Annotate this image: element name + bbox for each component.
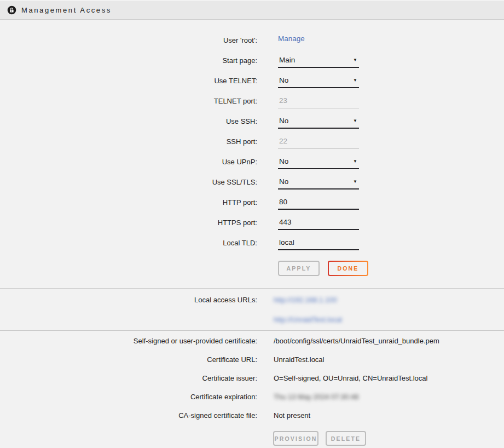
cert-row-expiration: Certificate expiration: Thu 13 May 2024 … <box>0 388 504 406</box>
dropdown-arrow-icon: ▼ <box>353 159 357 164</box>
manage-link[interactable]: Manage <box>278 35 305 43</box>
use-ssh-value: No <box>279 117 288 125</box>
ssh-port-input <box>278 135 359 149</box>
user-root-label: User 'root': <box>0 31 257 44</box>
ca-signed-cert-label: CA-signed certificate file: <box>0 406 257 420</box>
cert-row-issuer: Certificate issuer: O=Self-signed, OU=Un… <box>0 369 504 388</box>
use-upnp-select[interactable]: No ▼ <box>278 155 359 169</box>
start-page-select[interactable]: Main ▼ <box>278 54 359 68</box>
use-ssl-select[interactable]: No ▼ <box>278 175 359 189</box>
page-header: Management Access <box>0 1 504 20</box>
start-page-label: Start page: <box>0 51 257 65</box>
form-row-http-port: HTTP port: <box>0 193 504 213</box>
dropdown-arrow-icon: ▼ <box>353 118 357 123</box>
form-row-ssh-port: SSH port: <box>0 132 504 152</box>
local-tld-label: Local TLD: <box>0 233 257 247</box>
use-telnet-label: Use TELNET: <box>0 71 257 85</box>
https-port-label: HTTPS port: <box>0 213 257 227</box>
cert-url-value: UnraidTest.local <box>274 351 325 364</box>
certificate-buttons: PROVISION DELETE <box>273 431 504 446</box>
cert-expiration-value: Thu 13 May 2024 07:30:48 <box>274 388 358 401</box>
apply-button[interactable]: APPLY <box>278 261 320 276</box>
dropdown-arrow-icon: ▼ <box>353 58 357 62</box>
dropdown-arrow-icon: ▼ <box>353 179 357 184</box>
cert-expiration-label: Certificate expiration: <box>0 388 257 401</box>
cert-row-bundle: Self-signed or user-provided certificate… <box>0 332 504 351</box>
form-row-start-page: Start page: Main ▼ <box>0 51 504 71</box>
local-access-url-link[interactable]: http://192.168.1.100 <box>274 296 337 304</box>
dropdown-arrow-icon: ▼ <box>353 78 357 83</box>
form-row-use-upnp: Use UPnP: No ▼ <box>0 152 504 173</box>
form-row-telnet-port: TELNET port: <box>0 91 504 112</box>
local-access-urls-label: Local access URLs: <box>0 291 257 304</box>
telnet-port-label: TELNET port: <box>0 91 257 105</box>
cert-row-ca-file: CA-signed certificate file: Not present <box>0 406 504 425</box>
use-ssh-label: Use SSH: <box>0 112 257 125</box>
use-telnet-select[interactable]: No ▼ <box>278 74 359 88</box>
certificate-section: Self-signed or user-provided certificate… <box>0 331 504 446</box>
use-ssh-select[interactable]: No ▼ <box>278 114 359 129</box>
use-telnet-value: No <box>279 76 288 84</box>
cert-issuer-label: Certificate issuer: <box>0 369 257 382</box>
cert-url-label: Certificate URL: <box>0 351 257 364</box>
local-tld-input[interactable] <box>278 236 359 250</box>
done-button[interactable]: DONE <box>328 261 368 276</box>
form-row-local-tld: Local TLD: <box>0 233 504 254</box>
provision-button[interactable]: PROVISION <box>273 431 318 446</box>
local-access-url-link[interactable]: http://UnraidTest.local <box>274 315 342 324</box>
local-access-row-1: Local access URLs: http://192.168.1.100 <box>0 291 504 311</box>
lock-circle-icon <box>7 5 16 15</box>
delete-button[interactable]: DELETE <box>326 431 366 446</box>
management-access-form: User 'root': Manage Start page: Main ▼ U… <box>0 20 504 276</box>
local-access-row-2: http://UnraidTest.local <box>0 311 504 330</box>
cert-issuer-value: O=Self-signed, OU=Unraid, CN=UnraidTest.… <box>274 369 427 382</box>
http-port-input[interactable] <box>278 196 359 210</box>
cert-row-url: Certificate URL: UnraidTest.local <box>0 351 504 369</box>
form-row-user-root: User 'root': Manage <box>0 31 504 51</box>
ca-signed-cert-value: Not present <box>274 406 310 420</box>
http-port-label: HTTP port: <box>0 193 257 206</box>
ssh-port-label: SSH port: <box>0 132 257 146</box>
form-buttons: APPLY DONE <box>278 261 504 276</box>
start-page-value: Main <box>279 56 295 64</box>
self-signed-cert-label: Self-signed or user-provided certificate… <box>0 332 257 345</box>
use-upnp-value: No <box>279 157 288 165</box>
form-row-use-telnet: Use TELNET: No ▼ <box>0 71 504 91</box>
form-row-use-ssh: Use SSH: No ▼ <box>0 112 504 132</box>
https-port-input[interactable] <box>278 216 359 230</box>
use-upnp-label: Use UPnP: <box>0 152 257 166</box>
use-ssl-value: No <box>279 177 288 186</box>
use-ssl-label: Use SSL/TLS: <box>0 173 257 186</box>
self-signed-cert-value: /boot/config/ssl/certs/UnraidTest_unraid… <box>274 332 439 345</box>
local-access-section: Local access URLs: http://192.168.1.100 … <box>0 289 504 330</box>
telnet-port-input <box>278 94 359 108</box>
form-row-https-port: HTTPS port: <box>0 213 504 233</box>
form-row-use-ssl: Use SSL/TLS: No ▼ <box>0 173 504 193</box>
page-title: Management Access <box>21 6 112 14</box>
